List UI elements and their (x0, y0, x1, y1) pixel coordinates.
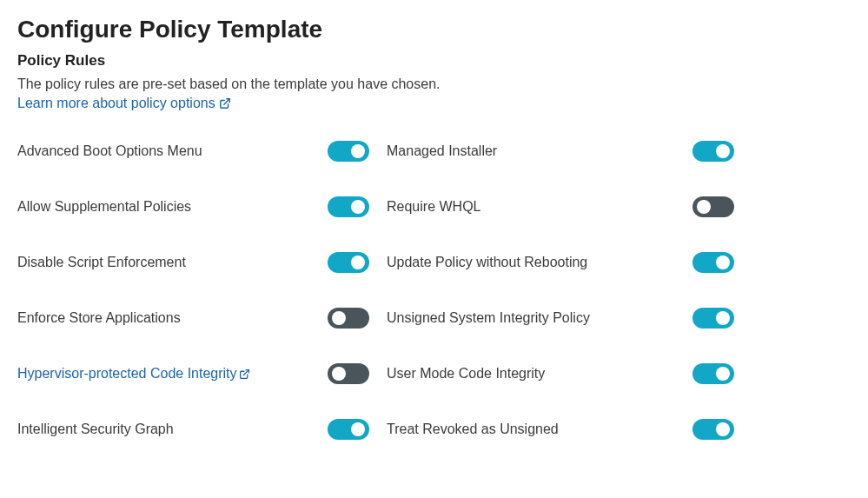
policy-rule-row: Enforce Store Applications (17, 306, 369, 330)
toggle-knob (332, 367, 346, 381)
policy-rule-label: Update Policy without Rebooting (387, 255, 587, 270)
policy-rule-row: Update Policy without Rebooting (387, 250, 734, 275)
policy-rule-row: Hypervisor-protected Code Integrity (17, 362, 369, 386)
policy-rule-label: User Mode Code Integrity (387, 366, 545, 382)
policy-rule-row: Intelligent Security Graph (17, 417, 369, 442)
policy-rule-label: Intelligent Security Graph (17, 422, 174, 437)
policy-rules-grid: Advanced Boot Options MenuAllow Suppleme… (17, 139, 845, 442)
toggle-knob (351, 256, 365, 269)
policy-rule-label: Require WHQL (387, 199, 480, 215)
toggle-knob (351, 200, 365, 214)
toggle-knob (716, 311, 730, 325)
policy-rule-row: Disable Script Enforcement (17, 250, 369, 275)
learn-more-label: Learn more about policy options (17, 96, 215, 111)
policy-rule-row: Advanced Boot Options Menu (17, 139, 369, 163)
page-title: Configure Policy Template (17, 16, 845, 43)
policy-rules-column-left: Advanced Boot Options MenuAllow Suppleme… (17, 139, 369, 442)
policy-rule-row: Managed Installer (387, 139, 734, 163)
toggle-knob (716, 422, 730, 436)
external-link-icon (219, 97, 231, 110)
policy-rule-label: Managed Installer (387, 143, 497, 159)
toggle-knob (351, 144, 365, 158)
toggle-advanced-boot-options-menu[interactable] (328, 141, 369, 162)
svg-line-0 (224, 99, 229, 104)
policy-rule-label: Enforce Store Applications (17, 310, 181, 326)
toggle-treat-revoked-as-unsigned[interactable] (692, 419, 734, 440)
policy-rule-label[interactable]: Hypervisor-protected Code Integrity (17, 366, 250, 382)
policy-rule-row: Unsigned System Integrity Policy (387, 306, 734, 330)
policy-rules-column-right: Managed InstallerRequire WHQLUpdate Poli… (387, 139, 734, 442)
policy-rule-row: Treat Revoked as Unsigned (387, 417, 734, 442)
toggle-user-mode-code-integrity[interactable] (692, 363, 734, 384)
external-link-icon (239, 369, 250, 380)
policy-rule-row: Allow Supplemental Policies (17, 195, 369, 219)
toggle-knob (716, 144, 730, 158)
toggle-knob (716, 256, 730, 269)
toggle-managed-installer[interactable] (692, 141, 734, 162)
toggle-intelligent-security-graph[interactable] (328, 419, 369, 440)
policy-rule-label: Advanced Boot Options Menu (17, 143, 202, 159)
policy-rule-label: Disable Script Enforcement (17, 255, 186, 270)
toggle-enforce-store-applications[interactable] (328, 308, 369, 329)
toggle-knob (351, 422, 365, 436)
toggle-require-whql[interactable] (692, 196, 734, 217)
toggle-update-policy-without-rebooting[interactable] (692, 252, 734, 273)
policy-rule-label: Treat Revoked as Unsigned (387, 422, 559, 437)
learn-more-link[interactable]: Learn more about policy options (17, 96, 231, 111)
policy-rule-label: Allow Supplemental Policies (17, 199, 191, 215)
svg-line-1 (243, 370, 248, 375)
toggle-knob (697, 200, 711, 214)
policy-rule-row: Require WHQL (387, 195, 734, 219)
toggle-knob (332, 311, 346, 325)
section-heading-policy-rules: Policy Rules (17, 52, 845, 70)
toggle-allow-supplemental-policies[interactable] (328, 196, 369, 217)
toggle-disable-script-enforcement[interactable] (328, 252, 369, 273)
toggle-hypervisor-protected-code-integrity[interactable] (328, 363, 369, 384)
toggle-knob (716, 367, 730, 381)
policy-rule-label: Unsigned System Integrity Policy (387, 310, 590, 326)
toggle-unsigned-system-integrity-policy[interactable] (692, 308, 734, 329)
policy-rules-description: The policy rules are pre-set based on th… (17, 75, 845, 94)
policy-rule-row: User Mode Code Integrity (387, 362, 734, 386)
